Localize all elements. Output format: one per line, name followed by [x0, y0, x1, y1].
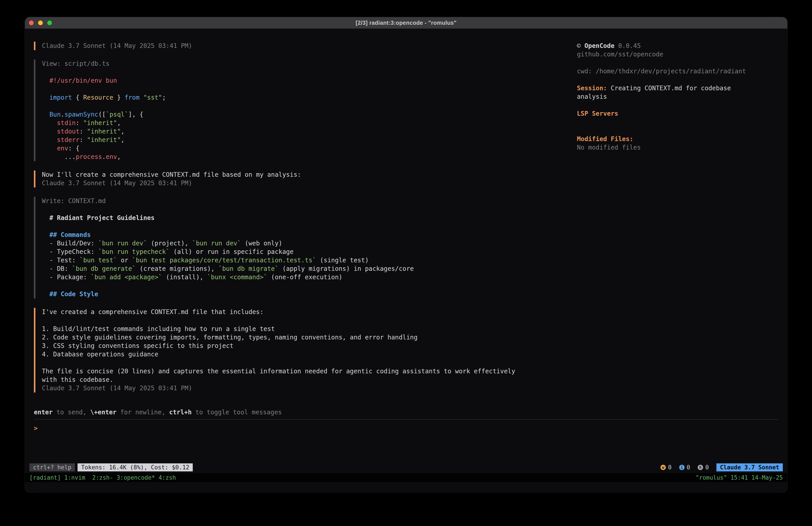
close-window-button[interactable]	[29, 20, 34, 25]
info-count: 0	[687, 464, 690, 471]
text-line: env: {	[42, 144, 577, 153]
text-segment: stderr	[42, 136, 79, 144]
tool-view-block: View: script/db.ts #!/usr/bin/env bun im…	[34, 59, 577, 161]
text-line: 4. Database operations guidance	[42, 350, 577, 359]
text-segment: ©	[577, 42, 584, 49]
text-segment: cwd: /home/thdxr/dev/projects/radiant/ra…	[577, 68, 746, 75]
text-segment: enter	[34, 409, 53, 416]
text-segment: env	[42, 145, 68, 152]
text-segment: `bun run typecheck`	[98, 248, 170, 255]
text-segment: (single test)	[316, 257, 369, 264]
text-line	[42, 85, 577, 94]
minimize-window-button[interactable]	[38, 20, 43, 25]
text-line: Write: CONTEXT.md	[42, 197, 577, 205]
input-area-space[interactable]	[25, 432, 787, 464]
tmux-status-bar: [radiant] 1:nvim 2:zsh- 3:opencode* 4:zs…	[25, 473, 787, 482]
text-segment: process	[76, 153, 102, 160]
text-segment: 0.0.45	[614, 42, 641, 49]
text-segment: Bun	[42, 111, 61, 118]
text-line: LSP Servers	[577, 110, 782, 118]
zoom-window-button[interactable]	[47, 20, 52, 25]
text-segment: I've created a comprehensive CONTEXT.md …	[42, 308, 264, 316]
prompt-input[interactable]: >	[25, 420, 787, 432]
tmux-session-info: "romulus" 15:41 14-May-25	[696, 474, 783, 481]
text-segment: (project),	[147, 240, 192, 247]
text-segment: `bun db migrate`	[218, 265, 278, 272]
text-segment: ctrl+h	[169, 409, 192, 416]
text-line: No modified files	[577, 143, 782, 152]
text-line: analysis	[577, 93, 782, 101]
text-line: with this codebase.	[42, 375, 577, 384]
text-segment: 4. Database operations guidance	[42, 351, 158, 358]
text-segment: No modified files	[577, 144, 641, 151]
text-segment: "inherit"	[87, 128, 121, 135]
text-segment: :	[76, 119, 83, 127]
text-line: Claude 3.7 Sonnet (14 May 2025 03:41 PM)	[42, 42, 577, 50]
message-header-block: Claude 3.7 Sonnet (14 May 2025 03:41 PM)	[34, 42, 577, 50]
status-bar-left: ctrl+? help Tokens: 16.4K (8%), Cost: $0…	[29, 464, 193, 471]
text-line: The file is concise (20 lines) and captu…	[42, 367, 577, 375]
chat-transcript[interactable]: Claude 3.7 Sonnet (14 May 2025 03:41 PM)…	[34, 42, 577, 402]
window-controls	[29, 17, 52, 28]
text-segment: ,	[121, 136, 125, 144]
status-bar: ctrl+? help Tokens: 16.4K (8%), Cost: $0…	[25, 464, 787, 471]
text-line: #!/usr/bin/env bun	[42, 76, 577, 85]
text-segment: OpenCode	[584, 42, 614, 49]
text-segment: `psql`	[106, 111, 128, 118]
text-segment: LSP Servers	[577, 110, 618, 117]
text-line: stdin: "inherit",	[42, 119, 577, 127]
diagnostic-info: i0	[679, 464, 690, 471]
text-segment: ,	[121, 128, 125, 135]
text-line	[42, 102, 577, 110]
text-segment: 1. Build/lint/test commands including ho…	[42, 325, 275, 332]
text-line: 2. Code style guidelines covering import…	[42, 333, 577, 342]
text-segment: Creating CONTEXT.md for codebase	[607, 84, 731, 92]
text-segment: or	[117, 257, 132, 264]
text-line: - Build/Dev: `bun run dev` (project), `b…	[42, 239, 577, 247]
input-help-line: enter to send, \+enter for newline, ctrl…	[25, 408, 787, 416]
text-segment: View: script/db.ts	[42, 60, 110, 67]
tmux-window-list[interactable]: [radiant] 1:nvim 2:zsh- 3:opencode* 4:zs…	[29, 474, 176, 481]
text-segment: - Package:	[42, 273, 91, 281]
text-segment: to toggle tool messages	[192, 409, 282, 416]
tokens-cost-badge: Tokens: 16.4K (8%), Cost: $0.12	[77, 464, 193, 471]
text-line: cwd: /home/thdxr/dev/projects/radiant/ra…	[577, 67, 782, 75]
text-segment: "inherit"	[87, 136, 121, 144]
window-title: [2/3] radiant:3:opencode - "romulus"	[25, 19, 787, 26]
text-segment: with this codebase.	[42, 376, 113, 383]
text-line: Claude 3.7 Sonnet (14 May 2025 03:41 PM)	[42, 179, 577, 187]
window-titlebar[interactable]: [2/3] radiant:3:opencode - "romulus"	[25, 17, 787, 29]
text-segment: Session:	[577, 84, 607, 92]
diagnostic-hint: h0	[698, 464, 709, 471]
text-segment: (all) or run in specific package	[170, 248, 293, 255]
text-segment: .	[61, 111, 64, 118]
text-segment: ...	[42, 153, 76, 160]
text-line: - Test: `bun test` or `bun test packages…	[42, 256, 577, 265]
text-segment: - TypeCheck:	[42, 248, 98, 255]
text-segment: ], {	[128, 111, 143, 118]
text-segment: `bun run dev`	[98, 240, 147, 247]
text-segment: .	[102, 153, 106, 160]
text-line	[42, 316, 577, 325]
text-segment: #!/usr/bin/env bun	[42, 77, 117, 84]
text-line: stdout: "inherit",	[42, 127, 577, 136]
text-segment: for newline,	[117, 409, 169, 416]
text-segment: (one-off execution)	[267, 273, 342, 281]
text-segment: env	[106, 153, 117, 160]
text-line: Claude 3.7 Sonnet (14 May 2025 03:41 PM)	[42, 384, 577, 393]
text-segment: ## Code Style	[42, 290, 98, 298]
text-segment: (install),	[162, 273, 207, 281]
text-segment: github.com/sst/opencode	[577, 51, 663, 58]
text-segment: Claude 3.7 Sonnet (14 May 2025 03:41 PM)	[42, 42, 192, 49]
text-line	[577, 101, 782, 110]
text-segment: Resource	[83, 94, 113, 101]
text-line	[42, 359, 577, 367]
text-segment: `bun run dev`	[192, 240, 241, 247]
text-segment: - DB:	[42, 265, 72, 272]
session-sidebar: © OpenCode 0.0.45github.com/sst/opencode…	[577, 42, 782, 402]
text-segment: (create migrations),	[136, 265, 218, 272]
text-segment: - Test:	[42, 257, 79, 264]
text-line	[42, 222, 577, 231]
text-line	[577, 118, 782, 126]
text-segment: `bun test`	[79, 257, 117, 264]
